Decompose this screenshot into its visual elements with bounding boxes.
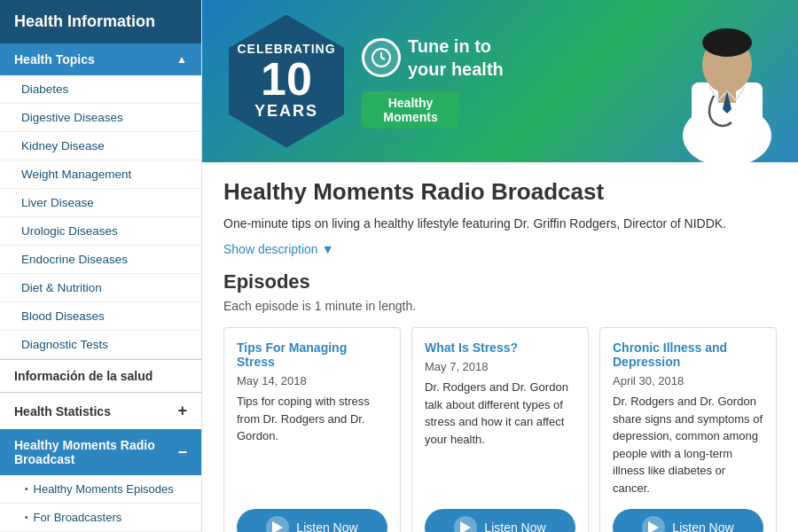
sub-item-broadcasters-label: For Broadcasters [34,511,122,524]
healthy-moments-logo: Healthy Moments [362,91,459,129]
listen-now-button-1[interactable]: Listen Now [425,509,575,532]
healthy-moments-nav-label: Healthy Moments Radio Broadcast [14,438,177,466]
play-icon-0 [272,521,283,532]
play-icon-2 [648,521,659,532]
chevron-down-icon: ▼ [322,242,334,256]
nav-item-diabetes[interactable]: Diabetes [0,75,201,104]
informacion-section[interactable]: Información de la salud [0,359,201,392]
sidebar-header-title: Health Information [14,12,155,30]
page-subtitle: One-minute tips on living a healthy life… [223,215,777,233]
svg-line-2 [381,58,385,59]
nav-item-blood[interactable]: Blood Diseases [0,302,201,331]
episode-0-desc: Tips for coping with stress from Dr. Rod… [237,393,387,497]
healthy-moments-logo-text: Healthy Moments [383,96,437,124]
bullet-icon: • [25,484,28,494]
sidebar: Health Information Health Topics ▲ Diabe… [0,0,202,532]
episode-2-title: Chronic Illness and Depression [613,340,763,369]
health-topics-label: Health Topics [14,52,95,66]
episode-1-desc: Dr. Rodgers and Dr. Gordon talk about di… [425,379,575,497]
tune-in-text: Tune in toyour health [408,35,504,81]
health-topics-chevron: ▲ [176,53,187,66]
banner-middle: Tune in toyour health Healthy Moments [344,17,656,146]
svg-point-7 [702,28,752,57]
banner-number: 10 [261,56,312,102]
play-circle-icon-1 [454,516,477,532]
nav-item-diet[interactable]: Diet & Nutrition [0,274,201,302]
page-title: Healthy Moments Radio Broadcast [223,178,777,206]
banner-years: YEARS [254,102,318,121]
banner: CELEBRATING 10 YEARS Tune in toyour heal… [202,0,798,162]
episode-card-2: Chronic Illness and Depression April 30,… [599,327,777,532]
play-icon-1 [460,521,471,532]
sub-items-list: • Healthy Moments Episodes • For Broadca… [0,475,201,532]
listen-now-label-1: Listen Now [484,520,545,532]
content-area: Healthy Moments Radio Broadcast One-minu… [202,162,798,532]
episode-card-1: What Is Stress? May 7, 2018 Dr. Rodgers … [411,327,589,532]
episodes-title: Episodes [223,270,777,293]
show-description-label: Show description [223,242,318,256]
nav-item-endocrine[interactable]: Endocrine Diseases [0,246,201,274]
sub-item-episodes-label: Healthy Moments Episodes [34,482,174,496]
listen-now-button-0[interactable]: Listen Now [237,509,387,532]
play-circle-icon-2 [642,516,665,532]
episode-1-date: May 7, 2018 [425,360,575,373]
nav-item-diagnostic[interactable]: Diagnostic Tests [0,331,201,359]
clock-icon [362,38,401,77]
health-topics-toggle[interactable]: Health Topics ▲ [0,43,201,75]
episodes-grid: Tips For Managing Stress May 14, 2018 Ti… [223,327,777,532]
healthy-moments-section[interactable]: Healthy Moments Radio Broadcast − [0,429,201,475]
episode-0-title: Tips For Managing Stress [237,340,387,369]
health-statistics-plus-icon: + [177,402,187,420]
episode-2-date: April 30, 2018 [613,374,763,387]
play-circle-icon-0 [266,516,289,532]
episodes-subtitle: Each episode is 1 minute in length. [223,299,777,313]
health-statistics-label: Health Statistics [14,404,111,419]
episode-0-date: May 14, 2018 [237,374,387,387]
nav-sub-item-broadcasters[interactable]: • For Broadcasters [0,504,201,532]
nav-items-list: Diabetes Digestive Diseases Kidney Disea… [0,75,201,359]
banner-right [656,0,798,162]
nav-item-digestive[interactable]: Digestive Diseases [0,104,201,132]
listen-now-label-0: Listen Now [296,520,357,532]
bullet-icon-2: • [25,512,28,522]
nav-item-urologic[interactable]: Urologic Diseases [0,217,201,246]
nav-sub-item-episodes[interactable]: • Healthy Moments Episodes [0,475,201,504]
health-statistics-section[interactable]: Health Statistics + [0,392,201,429]
nav-item-weight[interactable]: Weight Management [0,160,201,189]
doctor-illustration [665,0,789,162]
listen-now-button-2[interactable]: Listen Now [613,509,763,532]
informacion-label: Información de la salud [14,369,153,383]
episode-card-0: Tips For Managing Stress May 14, 2018 Ti… [223,327,401,532]
episode-2-desc: Dr. Rodgers and Dr. Gordon share signs a… [613,393,763,497]
main-content: CELEBRATING 10 YEARS Tune in toyour heal… [202,0,798,532]
episode-1-title: What Is Stress? [425,340,575,355]
healthy-moments-minus-icon: − [177,443,187,462]
show-description-toggle[interactable]: Show description ▼ [223,242,777,256]
listen-now-label-2: Listen Now [672,520,733,532]
nav-item-liver[interactable]: Liver Disease [0,189,201,217]
banner-badge: CELEBRATING 10 YEARS [229,15,344,148]
nav-item-kidney[interactable]: Kidney Disease [0,132,201,160]
sidebar-header: Health Information [0,0,201,43]
